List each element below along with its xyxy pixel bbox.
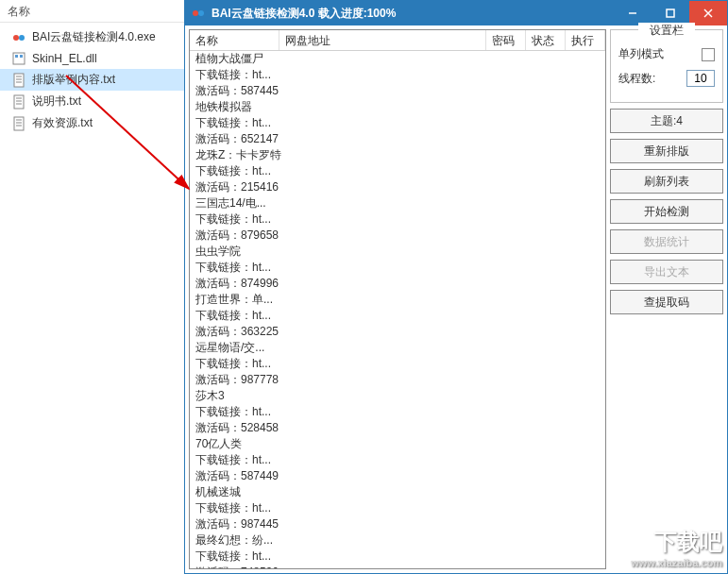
col-name[interactable]: 名称 — [190, 30, 279, 50]
settings-title: 设置栏 — [638, 23, 695, 39]
table-row[interactable]: 三国志14/电... — [190, 195, 605, 211]
file-name: 说明书.txt — [32, 93, 81, 110]
table-row[interactable]: 下载链接：ht... — [190, 211, 605, 228]
table-row[interactable]: 激活码：587449 — [190, 468, 605, 484]
side-button[interactable]: 刷新列表 — [610, 169, 723, 194]
side-button: 导出文本 — [610, 260, 723, 284]
single-mode-checkbox[interactable] — [702, 48, 715, 61]
table-row[interactable]: 打造世界：单... — [190, 292, 605, 308]
file-icon — [11, 73, 26, 88]
table-row[interactable]: 机械迷城 — [190, 484, 605, 500]
file-icon — [11, 51, 26, 66]
svg-rect-3 — [15, 55, 18, 58]
col-url[interactable]: 网盘地址 — [279, 30, 486, 50]
table-row[interactable]: 激活码：748596 — [190, 565, 605, 568]
col-status[interactable]: 状态 — [526, 30, 566, 50]
table-row[interactable]: 下载链接：ht... — [190, 260, 605, 276]
table-row[interactable]: 激活码：879658 — [190, 228, 605, 244]
table-row[interactable]: 激活码：587445 — [190, 83, 605, 99]
table-row[interactable]: 激活码：528458 — [190, 420, 605, 436]
svg-rect-2 — [13, 53, 25, 64]
side-buttons: 主题:4重新排版刷新列表开始检测数据统计导出文本查提取码 — [610, 109, 723, 320]
table-row[interactable]: 激活码：652147 — [190, 131, 605, 147]
settings-frame: 设置栏 单列模式 线程数: — [610, 29, 723, 103]
file-list: BAI云盘链接检测4.0.exeSkinH_EL.dll排版举例内容.txt说明… — [0, 23, 184, 138]
table-row[interactable]: 70亿人类 — [190, 436, 605, 452]
col-exec[interactable]: 执行 — [566, 30, 605, 50]
file-icon — [11, 94, 26, 110]
file-icon — [11, 30, 26, 45]
table-body[interactable]: 植物大战僵尸下载链接：ht...激活码：587445地铁模拟器下载链接：ht..… — [190, 51, 605, 568]
table-row[interactable]: 莎木3 — [190, 388, 605, 404]
file-item[interactable]: 有效资源.txt — [0, 112, 184, 134]
file-name: SkinH_EL.dll — [32, 52, 97, 65]
file-explorer: 名称 BAI云盘链接检测4.0.exeSkinH_EL.dll排版举例内容.tx… — [0, 0, 184, 574]
side-button: 数据统计 — [610, 229, 723, 254]
table-row[interactable]: 激活码：987778 — [190, 372, 605, 388]
table-row[interactable]: 激活码：987445 — [190, 516, 605, 532]
table-row[interactable]: 远星物语/交... — [190, 340, 605, 356]
table-row[interactable]: 下载链接：ht... — [190, 356, 605, 372]
app-body: 名称 网盘地址 密码 状态 执行 植物大战僵尸下载链接：ht...激活码：587… — [185, 25, 727, 573]
single-mode-row: 单列模式 — [618, 46, 715, 62]
file-name: 排版举例内容.txt — [32, 72, 115, 88]
svg-rect-9 — [14, 95, 24, 109]
side-button[interactable]: 开始检测 — [610, 199, 723, 224]
table-row[interactable]: 地铁模拟器 — [190, 99, 605, 115]
explorer-header: 名称 — [0, 0, 184, 23]
file-name: BAI云盘链接检测4.0.exe — [32, 29, 156, 45]
table-row[interactable]: 下载链接：ht... — [190, 549, 605, 565]
table-row[interactable]: 下载链接：ht... — [190, 163, 605, 179]
svg-rect-13 — [14, 117, 24, 130]
table-row[interactable]: 下载链接：ht... — [190, 308, 605, 324]
svg-point-19 — [198, 10, 204, 16]
thread-input[interactable] — [686, 70, 715, 87]
side-button[interactable]: 查提取码 — [610, 290, 723, 314]
file-item[interactable]: 排版举例内容.txt — [0, 69, 184, 91]
svg-point-1 — [19, 35, 25, 41]
col-password[interactable]: 密码 — [486, 30, 526, 50]
file-name: 有效资源.txt — [32, 115, 93, 131]
side-panel: 设置栏 单列模式 线程数: 主题:4重新排版刷新列表开始检测数据统计导出文本查提… — [610, 29, 723, 569]
table-row[interactable]: 下载链接：ht... — [190, 115, 605, 131]
single-mode-label: 单列模式 — [618, 46, 702, 62]
table-row[interactable]: 下载链接：ht... — [190, 452, 605, 468]
side-button[interactable]: 重新排版 — [610, 139, 723, 163]
table-row[interactable]: 激活码：363225 — [190, 324, 605, 340]
file-item[interactable]: SkinH_EL.dll — [0, 48, 184, 69]
svg-rect-21 — [667, 9, 674, 17]
app-window: BAI云盘链接检测4.0 载入进度:100% 名称 网盘地址 密码 状态 执行 … — [184, 0, 728, 574]
table-row[interactable]: 虫虫学院 — [190, 244, 605, 260]
table-row[interactable]: 最终幻想：纷... — [190, 532, 605, 549]
main-panel: 名称 网盘地址 密码 状态 执行 植物大战僵尸下载链接：ht...激活码：587… — [189, 29, 606, 569]
thread-row: 线程数: — [618, 70, 715, 87]
svg-point-18 — [193, 10, 198, 16]
table-header: 名称 网盘地址 密码 状态 执行 — [190, 30, 605, 51]
file-item[interactable]: BAI云盘链接检测4.0.exe — [0, 26, 184, 48]
table-row[interactable]: 植物大战僵尸 — [190, 51, 605, 67]
side-button[interactable]: 主题:4 — [610, 109, 723, 133]
table-row[interactable]: 龙珠Z：卡卡罗特 — [190, 147, 605, 163]
table-row[interactable]: 激活码：874996 — [190, 276, 605, 292]
svg-point-0 — [13, 35, 19, 41]
svg-rect-4 — [20, 55, 23, 58]
app-icon — [191, 6, 206, 21]
file-item[interactable]: 说明书.txt — [0, 91, 184, 112]
table-row[interactable]: 下载链接：ht... — [190, 500, 605, 516]
file-icon — [11, 116, 26, 131]
thread-label: 线程数: — [618, 71, 686, 87]
table-row[interactable]: 下载链接：ht... — [190, 67, 605, 83]
svg-rect-5 — [14, 74, 24, 87]
titlebar-text: BAI云盘链接检测4.0 载入进度:100% — [212, 6, 614, 22]
table-row[interactable]: 激活码：215416 — [190, 179, 605, 195]
table-row[interactable]: 下载链接：ht... — [190, 404, 605, 420]
close-button[interactable] — [689, 1, 727, 25]
